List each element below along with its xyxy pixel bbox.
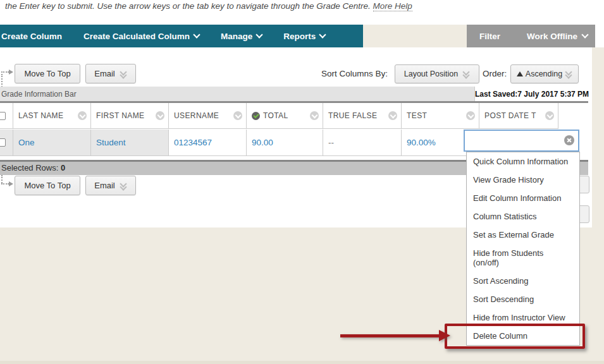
- create-calculated-column-menu[interactable]: Create Calculated Column: [83, 32, 199, 41]
- column-header-username: USERNAME: [169, 103, 247, 128]
- column-header-label: TRUE FALSE: [328, 111, 377, 120]
- column-header-last-name: LAST NAME: [13, 103, 91, 128]
- column-menu-chevron-icon[interactable]: [156, 111, 164, 120]
- email-button[interactable]: Email: [85, 64, 136, 83]
- work-offline-label: Work Offline: [527, 32, 577, 41]
- column-menu-chevron-icon[interactable]: [545, 111, 554, 120]
- test-grade-link[interactable]: 90.00%: [402, 138, 436, 147]
- menu-item-sort-ascending[interactable]: Sort Ascending: [467, 272, 579, 290]
- reports-label: Reports: [283, 32, 316, 41]
- column-header-label: FIRST NAME: [96, 111, 144, 120]
- filter-work-offline-bar: Filter Work Offline: [467, 25, 595, 47]
- order-value: Ascending: [526, 70, 562, 78]
- column-header-test: TEST: [402, 103, 479, 128]
- manage-menu[interactable]: Manage: [221, 32, 262, 41]
- external-grade-check-icon: [252, 112, 260, 120]
- column-header-total-text: TOTAL: [263, 111, 288, 120]
- dotted-elbow-arrowhead-icon: [9, 181, 13, 186]
- more-help-link[interactable]: More Help: [373, 1, 412, 11]
- menu-item-hide-from-students[interactable]: Hide from Students (on/off): [467, 244, 579, 272]
- first-name-link[interactable]: Student: [91, 138, 126, 147]
- column-context-menu: Quick Column Information View Grade Hist…: [466, 152, 580, 346]
- total-grade-link[interactable]: 90.00: [247, 138, 273, 147]
- create-calculated-column-label: Create Calculated Column: [83, 32, 190, 41]
- true-false-value: --: [323, 138, 334, 147]
- order-select[interactable]: Ascending: [510, 64, 579, 83]
- column-header-label: POST DATE T: [484, 111, 536, 120]
- column-header-post-date: POST DATE T: [479, 103, 558, 128]
- create-column-button[interactable]: Create Column: [1, 32, 62, 41]
- annotation-arrowhead: [439, 330, 450, 341]
- email-label: Email: [94, 69, 115, 78]
- select-all-cell: [0, 103, 13, 128]
- selected-rows-count: 0: [61, 163, 65, 173]
- column-menu-chevron-icon[interactable]: [233, 111, 242, 120]
- dotted-elbow-arrow-icon: [1, 71, 9, 73]
- column-header-first-name: FIRST NAME: [91, 103, 169, 128]
- order-select-bottom-partial[interactable]: [579, 176, 589, 193]
- move-to-top-label: Move To Top: [24, 69, 70, 78]
- menu-item-sort-descending[interactable]: Sort Descending: [467, 290, 579, 308]
- double-chevron-down-icon: [120, 182, 127, 190]
- grade-centre-toolbar: Create Column Create Calculated Column M…: [0, 25, 363, 47]
- grade-centre-screen: the Enter key to submit. Use the arrow k…: [0, 0, 604, 364]
- page-margin: [592, 47, 604, 228]
- menu-item-edit-column-information[interactable]: Edit Column Information: [467, 189, 579, 207]
- annotation-arrow-shaft: [340, 334, 440, 337]
- double-chevron-down-icon: [120, 70, 127, 78]
- column-menu-chevron-icon[interactable]: [466, 111, 475, 120]
- dotted-elbow-arrowhead-icon: [9, 70, 13, 75]
- sort-columns-by-select[interactable]: Layout Position: [395, 64, 479, 83]
- intro-text: the Enter key to submit. Use the arrow k…: [5, 1, 371, 11]
- move-to-top-label: Move To Top: [24, 181, 70, 190]
- work-offline-menu[interactable]: Work Offline: [527, 32, 588, 41]
- sort-columns-by-value: Layout Position: [404, 70, 458, 78]
- toolbar-gap: [363, 25, 467, 47]
- column-menu-chevron-icon[interactable]: [310, 111, 319, 120]
- icon-legend-button-partial[interactable]: [579, 205, 589, 223]
- select-all-checkbox[interactable]: [0, 112, 6, 120]
- post-date-cell-focused: [464, 130, 579, 152]
- column-menu-chevron-icon[interactable]: [388, 111, 397, 120]
- selected-rows-label: Selected Rows:: [1, 163, 58, 173]
- dotted-elbow-arrow-icon: [1, 175, 3, 183]
- last-saved-status: Last Saved:7 July 2017 5:37 PM: [474, 87, 588, 102]
- move-to-top-button[interactable]: Move To Top: [15, 64, 80, 83]
- column-header-label: LAST NAME: [18, 111, 63, 120]
- filter-button[interactable]: Filter: [479, 32, 500, 41]
- chevron-down-icon: [581, 31, 588, 38]
- column-menu-chevron-icon[interactable]: [78, 111, 87, 120]
- chevron-down-icon: [319, 31, 326, 38]
- grade-information-bar-label: Grade Information Bar: [1, 90, 77, 99]
- row-select-cell: [0, 130, 13, 155]
- order-label: Order:: [483, 69, 507, 78]
- page-background-edge: [0, 361, 604, 364]
- dotted-elbow-arrow-icon: [1, 74, 3, 87]
- column-header-label: USERNAME: [174, 111, 219, 120]
- chevron-down-icon: [193, 31, 200, 38]
- email-button-bottom[interactable]: Email: [85, 176, 136, 195]
- column-header-label: TEST: [407, 111, 427, 120]
- last-name-link[interactable]: One: [13, 138, 35, 147]
- menu-item-view-grade-history[interactable]: View Grade History: [467, 171, 579, 189]
- menu-item-column-statistics[interactable]: Column Statistics: [467, 207, 579, 226]
- cell-first-name: Student: [91, 130, 169, 155]
- dotted-elbow-arrow-icon: [1, 183, 9, 185]
- username-value[interactable]: 01234567: [169, 138, 212, 147]
- table-header-row: LAST NAME FIRST NAME USERNAME TOTAL TRUE…: [0, 103, 558, 129]
- column-header-total: TOTAL: [247, 103, 323, 128]
- chevron-down-icon: [256, 31, 263, 38]
- column-header-label: TOTAL: [252, 111, 288, 120]
- cell-true-false: --: [323, 130, 402, 155]
- annotation-highlight-box: [445, 324, 585, 349]
- intro-help-text: the Enter key to submit. Use the arrow k…: [5, 1, 412, 11]
- move-to-top-button-bottom[interactable]: Move To Top: [15, 176, 80, 195]
- menu-item-quick-column-information[interactable]: Quick Column Information: [467, 152, 579, 171]
- row-checkbox[interactable]: [0, 138, 6, 147]
- triangle-up-icon: [517, 71, 523, 76]
- menu-item-set-as-external-grade[interactable]: Set as External Grade: [467, 226, 579, 244]
- email-label: Email: [94, 181, 115, 190]
- close-icon[interactable]: [564, 135, 574, 145]
- reports-menu[interactable]: Reports: [283, 32, 325, 41]
- annotation-arrow: [340, 330, 452, 342]
